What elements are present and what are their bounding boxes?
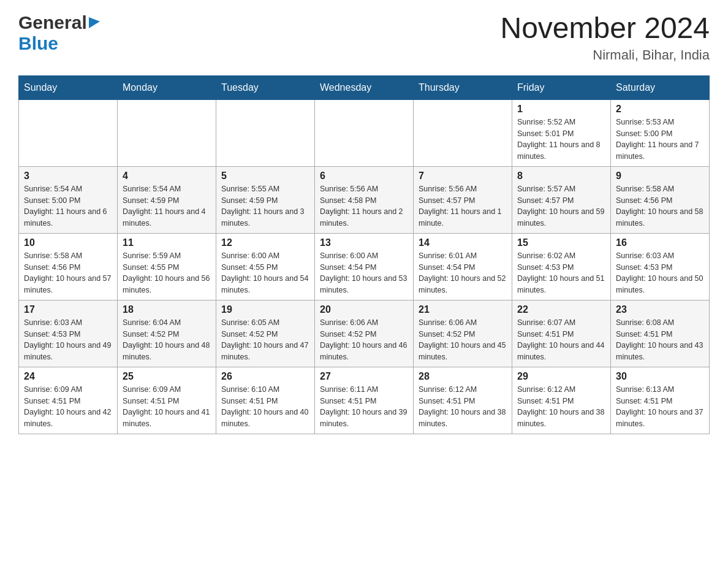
location-text: Nirmali, Bihar, India [500, 47, 710, 63]
day-info: Sunrise: 6:00 AM Sunset: 4:55 PM Dayligh… [221, 250, 309, 296]
day-info: Sunrise: 5:56 AM Sunset: 4:57 PM Dayligh… [419, 183, 507, 229]
calendar-cell: 8Sunrise: 5:57 AM Sunset: 4:57 PM Daylig… [512, 166, 611, 233]
day-info: Sunrise: 5:55 AM Sunset: 4:59 PM Dayligh… [221, 183, 309, 229]
day-info: Sunrise: 6:12 AM Sunset: 4:51 PM Dayligh… [517, 384, 605, 430]
calendar-table: SundayMondayTuesdayWednesdayThursdayFrid… [18, 75, 710, 434]
calendar-cell: 15Sunrise: 6:02 AM Sunset: 4:53 PM Dayli… [512, 233, 611, 300]
logo-general-text: General [18, 12, 87, 33]
day-info: Sunrise: 6:00 AM Sunset: 4:54 PM Dayligh… [320, 250, 408, 296]
day-number: 10 [24, 237, 112, 248]
calendar-cell: 28Sunrise: 6:12 AM Sunset: 4:51 PM Dayli… [414, 367, 512, 434]
day-info: Sunrise: 6:03 AM Sunset: 4:53 PM Dayligh… [24, 317, 112, 363]
day-number: 23 [616, 304, 704, 315]
day-info: Sunrise: 6:08 AM Sunset: 4:51 PM Dayligh… [616, 317, 704, 363]
day-number: 1 [517, 104, 605, 115]
day-header-wednesday: Wednesday [315, 75, 414, 99]
day-info: Sunrise: 6:10 AM Sunset: 4:51 PM Dayligh… [221, 384, 309, 430]
day-number: 11 [123, 237, 211, 248]
day-number: 14 [419, 237, 507, 248]
calendar-week-row: 24Sunrise: 6:09 AM Sunset: 4:51 PM Dayli… [19, 367, 710, 434]
day-info: Sunrise: 6:07 AM Sunset: 4:51 PM Dayligh… [517, 317, 605, 363]
day-number: 28 [419, 371, 507, 382]
month-title: November 2024 [500, 12, 710, 45]
calendar-cell: 6Sunrise: 5:56 AM Sunset: 4:58 PM Daylig… [315, 166, 414, 233]
day-info: Sunrise: 6:05 AM Sunset: 4:52 PM Dayligh… [221, 317, 309, 363]
calendar-cell [19, 99, 118, 166]
calendar-cell: 11Sunrise: 5:59 AM Sunset: 4:55 PM Dayli… [118, 233, 216, 300]
day-info: Sunrise: 5:54 AM Sunset: 4:59 PM Dayligh… [123, 183, 211, 229]
day-header-friday: Friday [512, 75, 611, 99]
day-number: 25 [123, 371, 211, 382]
day-header-saturday: Saturday [611, 75, 710, 99]
day-number: 24 [24, 371, 112, 382]
calendar-cell: 23Sunrise: 6:08 AM Sunset: 4:51 PM Dayli… [611, 300, 710, 367]
calendar-cell: 17Sunrise: 6:03 AM Sunset: 4:53 PM Dayli… [19, 300, 118, 367]
day-info: Sunrise: 6:03 AM Sunset: 4:53 PM Dayligh… [616, 250, 704, 296]
day-info: Sunrise: 6:12 AM Sunset: 4:51 PM Dayligh… [419, 384, 507, 430]
day-number: 9 [616, 170, 704, 182]
calendar-cell [414, 99, 512, 166]
day-info: Sunrise: 6:04 AM Sunset: 4:52 PM Dayligh… [123, 317, 211, 363]
day-info: Sunrise: 5:58 AM Sunset: 4:56 PM Dayligh… [616, 183, 704, 229]
calendar-cell: 13Sunrise: 6:00 AM Sunset: 4:54 PM Dayli… [315, 233, 414, 300]
day-info: Sunrise: 5:54 AM Sunset: 5:00 PM Dayligh… [24, 183, 112, 229]
day-number: 21 [419, 304, 507, 315]
logo-arrow-icon [89, 15, 100, 31]
calendar-cell: 9Sunrise: 5:58 AM Sunset: 4:56 PM Daylig… [611, 166, 710, 233]
calendar-cell: 2Sunrise: 5:53 AM Sunset: 5:00 PM Daylig… [611, 99, 710, 166]
day-number: 15 [517, 237, 605, 248]
calendar-cell [315, 99, 414, 166]
calendar-cell: 21Sunrise: 6:06 AM Sunset: 4:52 PM Dayli… [414, 300, 512, 367]
calendar-header-row: SundayMondayTuesdayWednesdayThursdayFrid… [19, 75, 710, 99]
calendar-week-row: 10Sunrise: 5:58 AM Sunset: 4:56 PM Dayli… [19, 233, 710, 300]
page-header: General Blue November 2024 Nirmali, Biha… [18, 12, 710, 63]
day-number: 18 [123, 304, 211, 315]
calendar-week-row: 17Sunrise: 6:03 AM Sunset: 4:53 PM Dayli… [19, 300, 710, 367]
calendar-cell: 18Sunrise: 6:04 AM Sunset: 4:52 PM Dayli… [118, 300, 216, 367]
day-info: Sunrise: 6:11 AM Sunset: 4:51 PM Dayligh… [320, 384, 408, 430]
day-number: 20 [320, 304, 408, 315]
calendar-cell: 7Sunrise: 5:56 AM Sunset: 4:57 PM Daylig… [414, 166, 512, 233]
day-info: Sunrise: 6:13 AM Sunset: 4:51 PM Dayligh… [616, 384, 704, 430]
calendar-cell: 1Sunrise: 5:52 AM Sunset: 5:01 PM Daylig… [512, 99, 611, 166]
day-number: 16 [616, 237, 704, 248]
calendar-cell [216, 99, 315, 166]
calendar-cell: 3Sunrise: 5:54 AM Sunset: 5:00 PM Daylig… [19, 166, 118, 233]
day-info: Sunrise: 6:06 AM Sunset: 4:52 PM Dayligh… [419, 317, 507, 363]
calendar-cell: 14Sunrise: 6:01 AM Sunset: 4:54 PM Dayli… [414, 233, 512, 300]
day-number: 17 [24, 304, 112, 315]
day-header-sunday: Sunday [19, 75, 118, 99]
calendar-cell [118, 99, 216, 166]
day-header-tuesday: Tuesday [216, 75, 315, 99]
calendar-week-row: 3Sunrise: 5:54 AM Sunset: 5:00 PM Daylig… [19, 166, 710, 233]
calendar-week-row: 1Sunrise: 5:52 AM Sunset: 5:01 PM Daylig… [19, 99, 710, 166]
day-info: Sunrise: 6:02 AM Sunset: 4:53 PM Dayligh… [517, 250, 605, 296]
day-info: Sunrise: 6:06 AM Sunset: 4:52 PM Dayligh… [320, 317, 408, 363]
calendar-cell: 16Sunrise: 6:03 AM Sunset: 4:53 PM Dayli… [611, 233, 710, 300]
calendar-cell: 4Sunrise: 5:54 AM Sunset: 4:59 PM Daylig… [118, 166, 216, 233]
day-info: Sunrise: 5:57 AM Sunset: 4:57 PM Dayligh… [517, 183, 605, 229]
day-number: 13 [320, 237, 408, 248]
day-info: Sunrise: 6:09 AM Sunset: 4:51 PM Dayligh… [24, 384, 112, 430]
day-info: Sunrise: 5:56 AM Sunset: 4:58 PM Dayligh… [320, 183, 408, 229]
day-number: 8 [517, 170, 605, 182]
day-number: 19 [221, 304, 309, 315]
calendar-cell: 24Sunrise: 6:09 AM Sunset: 4:51 PM Dayli… [19, 367, 118, 434]
calendar-cell: 30Sunrise: 6:13 AM Sunset: 4:51 PM Dayli… [611, 367, 710, 434]
day-info: Sunrise: 6:09 AM Sunset: 4:51 PM Dayligh… [123, 384, 211, 430]
calendar-cell: 29Sunrise: 6:12 AM Sunset: 4:51 PM Dayli… [512, 367, 611, 434]
day-number: 29 [517, 371, 605, 382]
logo: General Blue [18, 12, 100, 54]
day-info: Sunrise: 6:01 AM Sunset: 4:54 PM Dayligh… [419, 250, 507, 296]
day-number: 4 [123, 170, 211, 182]
calendar-cell: 26Sunrise: 6:10 AM Sunset: 4:51 PM Dayli… [216, 367, 315, 434]
day-number: 7 [419, 170, 507, 182]
calendar-cell: 10Sunrise: 5:58 AM Sunset: 4:56 PM Dayli… [19, 233, 118, 300]
calendar-cell: 5Sunrise: 5:55 AM Sunset: 4:59 PM Daylig… [216, 166, 315, 233]
day-number: 27 [320, 371, 408, 382]
day-header-monday: Monday [118, 75, 216, 99]
day-number: 22 [517, 304, 605, 315]
day-info: Sunrise: 5:52 AM Sunset: 5:01 PM Dayligh… [517, 117, 605, 163]
title-section: November 2024 Nirmali, Bihar, India [500, 12, 710, 63]
day-info: Sunrise: 5:59 AM Sunset: 4:55 PM Dayligh… [123, 250, 211, 296]
